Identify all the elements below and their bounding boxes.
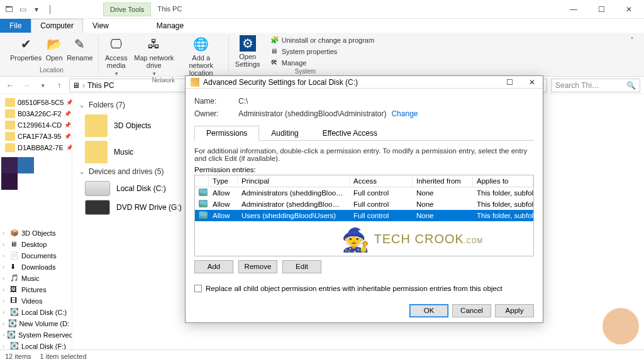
- sysprops-label: System properties: [282, 48, 338, 55]
- nav-lib-item[interactable]: ›💽System Reservec: [1, 329, 70, 341]
- cancel-button[interactable]: Cancel: [452, 304, 491, 317]
- qat-properties-icon[interactable]: ▭: [18, 4, 28, 14]
- drive-label: Local Disk (C:): [116, 184, 166, 193]
- nav-folder-item[interactable]: C1299614-CD📌: [1, 119, 70, 131]
- tab-auditing[interactable]: Auditing: [259, 126, 310, 141]
- remove-button[interactable]: Remove: [238, 260, 277, 273]
- expand-icon[interactable]: ›: [3, 253, 8, 259]
- nav-folder-item[interactable]: 08510F58-5C5📌: [1, 97, 70, 108]
- row-access: Full control: [350, 188, 413, 198]
- permission-table[interactable]: Type Principal Access Inherited from App…: [194, 175, 534, 256]
- nav-item-label: Music: [21, 275, 40, 282]
- nav-lib-item[interactable]: ›💽New Volume (D:: [1, 318, 70, 329]
- expand-icon[interactable]: ›: [3, 309, 8, 315]
- properties-button[interactable]: ✔Properties: [10, 35, 42, 62]
- tab-computer[interactable]: Computer: [31, 19, 83, 33]
- folder-label: 3D Objects: [114, 121, 151, 130]
- expand-icon[interactable]: ›: [3, 343, 8, 349]
- qat-dropdown-icon[interactable]: ▾: [31, 4, 42, 14]
- item-icon: 📄: [10, 251, 19, 260]
- nav-item-label: D1ABB8A2-7E: [18, 144, 64, 151]
- nav-lib-item[interactable]: ›🎞Videos: [1, 295, 70, 307]
- nav-lib-item[interactable]: ›🖼Pictures: [1, 284, 70, 295]
- item-icon: 🖥: [10, 240, 19, 249]
- nav-folder-item[interactable]: B03A226C-F2📌: [1, 108, 70, 119]
- edit-button[interactable]: Edit: [282, 260, 321, 273]
- expand-icon[interactable]: ›: [3, 241, 8, 248]
- search-input[interactable]: Search Thi… 🔍: [551, 79, 640, 92]
- row-type: Allow: [209, 199, 238, 209]
- maximize-button[interactable]: ☐: [594, 5, 609, 14]
- tab-file[interactable]: File: [0, 19, 31, 33]
- access-media-button[interactable]: 🖵Access media: [104, 35, 129, 77]
- rename-label: Rename: [67, 54, 93, 62]
- settings-icon: ⚙: [240, 35, 256, 52]
- col-inherited[interactable]: Inherited from: [413, 175, 473, 187]
- back-button[interactable]: ←: [4, 79, 16, 92]
- ribbon-collapse-icon[interactable]: ˄: [625, 35, 639, 74]
- owner-value: Administrator (sheddingBlood\Administrat…: [238, 109, 386, 118]
- tab-effective-access[interactable]: Effective Access: [311, 126, 389, 141]
- ok-button[interactable]: OK: [409, 304, 448, 317]
- folders-group-label: Folders (7): [89, 101, 125, 109]
- open-settings-button[interactable]: ⚙Open Settings: [234, 35, 262, 68]
- pin-icon: 📌: [64, 122, 71, 128]
- replace-checkbox[interactable]: [194, 285, 202, 292]
- permission-row[interactable]: AllowAdministrators (sheddingBloo…Full c…: [195, 187, 533, 199]
- nav-lib-item[interactable]: ›🎵Music: [1, 273, 70, 284]
- uninstall-label: Uninstall or change a program: [282, 36, 374, 44]
- tab-manage[interactable]: Manage: [147, 19, 193, 33]
- expand-icon[interactable]: ›: [3, 230, 8, 236]
- dialog-close-button[interactable]: ✕: [526, 78, 538, 87]
- minimize-button[interactable]: —: [566, 5, 581, 14]
- expand-icon[interactable]: ›: [3, 332, 4, 338]
- expand-icon[interactable]: ›: [3, 321, 6, 327]
- nav-item-label: Pictures: [21, 286, 47, 293]
- folder-label: Music: [114, 148, 133, 156]
- nav-lib-item[interactable]: ›📦3D Objects: [1, 228, 70, 239]
- tab-permissions[interactable]: Permissions: [194, 126, 259, 141]
- col-principal[interactable]: Principal: [238, 175, 350, 187]
- nav-folder-item[interactable]: CFA1F7A3-95📌: [1, 131, 70, 142]
- change-owner-link[interactable]: Change: [391, 109, 418, 118]
- dialog-maximize-button[interactable]: ☐: [504, 78, 515, 87]
- col-type[interactable]: Type: [209, 175, 238, 187]
- uninstall-button[interactable]: 🧩Uninstall or change a program: [268, 35, 377, 45]
- permission-row[interactable]: AllowUsers (sheddingBlood\Users)Full con…: [195, 210, 533, 221]
- open-button[interactable]: 📂Open: [45, 35, 63, 62]
- apply-button[interactable]: Apply: [495, 304, 534, 317]
- expand-icon[interactable]: ›: [3, 298, 8, 304]
- expand-icon[interactable]: ›: [3, 264, 8, 270]
- rename-button[interactable]: ✎Rename: [67, 35, 93, 62]
- nav-lib-item[interactable]: ›🖥Desktop: [1, 239, 70, 250]
- owner-label: Owner:: [194, 109, 238, 118]
- col-applies[interactable]: Applies to: [473, 175, 533, 187]
- close-button[interactable]: ✕: [621, 5, 636, 14]
- nav-item-label: Local Disk (C:): [21, 309, 67, 316]
- recent-dropdown[interactable]: ▾: [36, 79, 49, 92]
- tab-view[interactable]: View: [83, 19, 118, 33]
- contextual-tab-drive-tools[interactable]: Drive Tools: [103, 3, 151, 16]
- nav-lib-item[interactable]: ›💽Local Disk (C:): [1, 307, 70, 318]
- add-button[interactable]: Add: [194, 260, 233, 273]
- open-settings-label: Open Settings: [234, 53, 262, 68]
- system-properties-button[interactable]: 🖥System properties: [268, 47, 377, 57]
- nav-folder-item[interactable]: D1ABB8A2-7E📌: [1, 142, 70, 153]
- forward-button[interactable]: →: [20, 79, 33, 92]
- replace-label: Replace all child object permission entr…: [206, 285, 502, 292]
- expand-icon[interactable]: ›: [3, 275, 8, 282]
- nav-lib-item[interactable]: ›⬇Downloads: [1, 261, 70, 273]
- manage-button[interactable]: 🛠Manage: [268, 58, 377, 68]
- nav-lib-item[interactable]: ›📄Documents: [1, 250, 70, 261]
- row-applies: This folder, subfolders and files: [473, 199, 533, 209]
- avatar: [602, 308, 639, 344]
- navigation-pane[interactable]: 08510F58-5C5📌B03A226C-F2📌C1299614-CD📌CFA…: [0, 94, 72, 352]
- permission-row[interactable]: AllowAdministrator (sheddingBloo…Full co…: [195, 199, 533, 210]
- up-button[interactable]: ↑: [53, 79, 65, 92]
- map-drive-button[interactable]: 🖧Map network drive: [133, 35, 175, 77]
- add-location-button[interactable]: 🌐Add a network location: [179, 35, 223, 77]
- expand-icon[interactable]: ›: [3, 287, 8, 293]
- breadcrumb[interactable]: This PC: [87, 81, 114, 90]
- nav-item-label: B03A226C-F2: [18, 110, 62, 118]
- col-access[interactable]: Access: [350, 175, 413, 187]
